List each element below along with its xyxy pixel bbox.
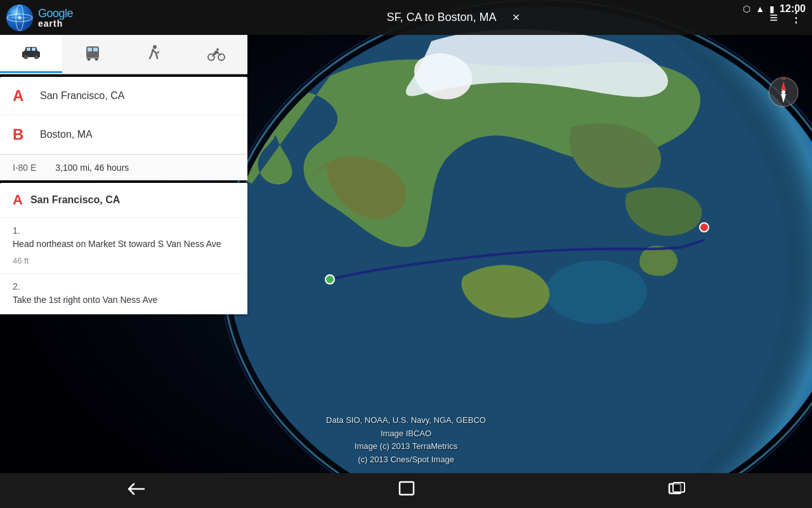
route-info-card: A San Francisco, CA B Boston, MA I-80 E … <box>0 77 247 180</box>
tab-transit[interactable] <box>62 35 124 73</box>
route-search-bar: SF, CA to Boston, MA × <box>146 8 767 28</box>
route-title: SF, CA to Boston, MA <box>387 11 497 24</box>
step-1-distance: 46 ft <box>13 256 235 265</box>
battery-icon: ▮ <box>769 4 775 14</box>
direction-step-1: 1. Head northeast on Market St toward S … <box>0 218 247 274</box>
google-earth-logo: Google earth <box>6 4 146 31</box>
svg-point-14 <box>18 16 22 20</box>
attribution-line4: (c) 2013 Cnes/Spot Image <box>326 453 486 467</box>
origin-letter: A <box>13 87 30 105</box>
recent-apps-button[interactable] <box>649 476 705 506</box>
directions-header: A San Francisco, CA <box>0 183 247 218</box>
destination-letter: B <box>13 126 30 144</box>
svg-point-33 <box>782 90 785 94</box>
directions-card: A San Francisco, CA 1. Head northeast on… <box>0 183 247 314</box>
wifi-icon: ▲ <box>756 4 764 14</box>
svg-point-15 <box>24 55 28 59</box>
nav-bar <box>0 473 812 508</box>
svg-rect-20 <box>88 48 92 51</box>
direction-step-2: 2. Take the 1st right onto Van Ness Ave <box>0 274 247 315</box>
start-place: San Francisco, CA <box>30 194 120 206</box>
route-highway: I-80 E <box>13 163 36 173</box>
svg-text:N: N <box>782 76 785 81</box>
attribution-line2: Image IBCAO <box>326 427 486 441</box>
svg-point-29 <box>216 48 219 51</box>
back-button[interactable] <box>107 476 164 506</box>
top-bar: ⬡ ▲ ▮ 12:00 Google <box>0 0 812 35</box>
close-icon: × <box>513 10 520 25</box>
step-2-instruction: Take the 1st right onto Van Ness Ave <box>13 294 235 307</box>
attribution-line1: Data SIO, NOAA, U.S. Navy, NGA, GEBCO <box>326 414 486 427</box>
earth-text: earth <box>38 18 73 29</box>
left-panel: A San Francisco, CA B Boston, MA I-80 E … <box>0 35 247 314</box>
route-summary: I-80 E 3,100 mi, 46 hours <box>0 154 247 180</box>
status-bar: ⬡ ▲ ▮ 12:00 <box>685 0 812 18</box>
svg-rect-17 <box>27 48 30 51</box>
logo-icon <box>6 4 33 31</box>
origin-row: A San Francisco, CA <box>0 77 247 116</box>
tab-walk[interactable] <box>124 35 186 73</box>
map-attribution: Data SIO, NOAA, U.S. Navy, NGA, GEBCO Im… <box>326 414 486 467</box>
origin-name: San Francisco, CA <box>40 90 124 102</box>
svg-rect-18 <box>32 48 36 51</box>
logo-text: Google earth <box>38 7 73 29</box>
svg-point-7 <box>700 223 709 232</box>
transport-tabs <box>0 35 247 74</box>
svg-rect-21 <box>93 48 98 51</box>
tab-bike[interactable] <box>186 35 248 73</box>
destination-name: Boston, MA <box>40 129 93 140</box>
step-1-number: 1. <box>13 225 235 236</box>
compass[interactable]: N <box>768 76 799 108</box>
tab-car[interactable] <box>0 35 62 73</box>
svg-rect-35 <box>400 482 414 495</box>
attribution-line3: Image (c) 2013 TerraMetrics <box>326 440 486 453</box>
svg-point-16 <box>34 55 38 59</box>
start-letter: A <box>13 192 23 208</box>
svg-rect-37 <box>673 483 684 492</box>
destination-row: B Boston, MA <box>0 116 247 154</box>
bluetooth-icon: ⬡ <box>743 4 750 14</box>
svg-point-26 <box>153 45 157 49</box>
close-button[interactable]: × <box>506 8 527 28</box>
route-distance: 3,100 mi, 46 hours <box>55 163 129 173</box>
step-1-instruction: Head northeast on Market St toward S Van… <box>13 238 235 251</box>
svg-point-6 <box>325 275 334 284</box>
time-display: 12:00 <box>780 3 806 15</box>
home-button[interactable] <box>379 475 435 506</box>
step-2-number: 2. <box>13 281 235 291</box>
